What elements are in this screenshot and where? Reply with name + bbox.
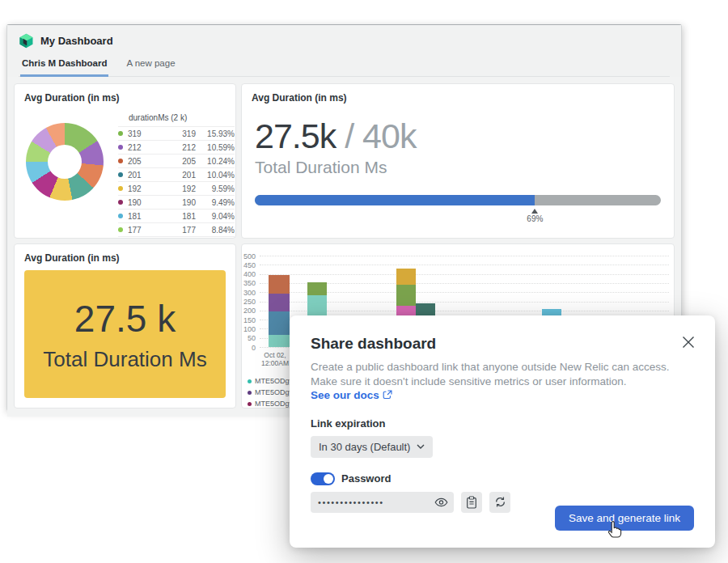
panel-avg-duration-billboard: Avg Duration (in ms) 27.5 k Total Durati… (14, 243, 236, 408)
bar-segment (269, 294, 290, 311)
new-relic-logo-icon (19, 33, 34, 49)
toggle-knob (324, 474, 333, 484)
modal-description: Create a public dashboard link that anyo… (311, 360, 694, 403)
password-label: Password (341, 472, 391, 485)
billboard-value: 27.5 k (74, 297, 176, 341)
legend-percent: 9.59% (196, 184, 235, 193)
billboard-subtitle: Total Duration Ms (43, 347, 206, 372)
link-expiration-label: Link expiration (311, 417, 694, 430)
refresh-icon (494, 496, 506, 508)
bullet-separator: / (336, 116, 362, 155)
y-axis-tick-label: 250 (242, 298, 256, 306)
close-icon[interactable] (681, 335, 696, 349)
copy-password-button[interactable] (461, 492, 482, 513)
legend-value: 205 (170, 157, 196, 166)
y-axis-tick-label: 200 (242, 307, 256, 315)
legend-dot-icon (118, 227, 123, 232)
clipboard-icon (466, 496, 477, 509)
dashboard-header: My Dashboard Chris M Dashboard A new pag… (7, 25, 681, 77)
gridline (260, 274, 669, 275)
y-axis-tick-label: 500 (242, 252, 256, 260)
bullet-value-line: 27.5k / 40k (255, 116, 661, 156)
donut-legend-row[interactable]: 190 190 9.49% (118, 195, 235, 209)
legend-dot-icon (118, 172, 123, 177)
modal-description-line2: Make sure it doesn't include sensitive m… (311, 375, 627, 387)
donut-legend-row[interactable]: 181 181 9.04% (118, 209, 235, 222)
y-axis-tick-label: 400 (242, 270, 256, 278)
panel-title: Avg Duration (in ms) (15, 244, 235, 265)
donut-legend-row[interactable]: 212 212 10.59% (118, 140, 235, 154)
save-and-generate-link-button[interactable]: Save and generate link (555, 506, 694, 531)
donut-legend-row[interactable]: 177 177 8.84% (118, 222, 235, 236)
regenerate-password-button[interactable] (489, 492, 510, 513)
legend-dot-icon (118, 131, 123, 136)
panel-title: Avg Duration (in ms) (15, 84, 235, 105)
share-dashboard-modal: Share dashboard Create a public dashboar… (290, 315, 715, 548)
link-expiration-dropdown[interactable]: In 30 days (Default) (311, 436, 433, 458)
bar-segment (396, 285, 416, 306)
donut-hole (48, 145, 82, 179)
donut-legend-row[interactable]: 205 205 10.24% (118, 154, 235, 167)
legend-percent: 9.49% (196, 198, 235, 207)
bullet-target-value: 40k (362, 116, 416, 155)
donut-chart[interactable] (26, 123, 104, 201)
bullet-percent-label: 69% (527, 214, 543, 223)
legend-label: 212 (128, 143, 170, 152)
y-axis-tick-label: 350 (242, 279, 256, 287)
donut-legend: durationMs (2 k) 319 319 15.93% 212 212 … (118, 112, 235, 239)
donut-legend-row[interactable]: 201 201 10.04% (118, 167, 235, 181)
bar-segment (269, 335, 290, 347)
legend-label: 319 (128, 129, 170, 138)
legend-value: 201 (170, 171, 196, 180)
gridline (260, 265, 669, 265)
billboard-card[interactable]: 27.5 k Total Duration Ms (24, 270, 226, 398)
y-axis-tick-label: 100 (242, 325, 256, 333)
legend-dot-icon (118, 214, 123, 218)
legend-dot-icon (118, 159, 123, 163)
y-axis-tick-label: 50 (242, 334, 256, 342)
legend-dot-icon (248, 379, 252, 383)
legend-value: 192 (170, 184, 196, 193)
legend-percent: 10.59% (196, 143, 235, 152)
panel-avg-duration-pie: Avg Duration (in ms) durationMs (2 k) 31… (14, 83, 236, 239)
password-masked-value: ••••••••••••••• (318, 497, 434, 507)
password-toggle[interactable] (311, 472, 335, 485)
panel-avg-duration-bullet: Avg Duration (in ms) 27.5k / 40k Total D… (241, 83, 675, 239)
tab-a-new-page[interactable]: A new page (125, 58, 176, 76)
see-our-docs-link[interactable]: See our docs (311, 389, 392, 401)
stacked-bar[interactable] (269, 275, 290, 347)
legend-dot-icon (248, 391, 252, 395)
bar-segment (269, 311, 290, 335)
password-field[interactable]: ••••••••••••••• (311, 492, 454, 513)
y-axis-tick-label: 300 (242, 289, 256, 297)
external-link-icon (383, 390, 392, 400)
legend-percent: 9.04% (196, 212, 235, 221)
modal-description-line1: Create a public dashboard link that anyo… (311, 361, 670, 373)
legend-dot-icon (118, 145, 123, 150)
modal-title: Share dashboard (311, 335, 694, 353)
bullet-percent-marker: 69% (527, 209, 543, 223)
donut-legend-row[interactable]: 319 319 15.93% (118, 126, 235, 140)
y-axis-tick-label: 0 (242, 344, 256, 352)
legend-label: 205 (128, 157, 170, 166)
eye-icon[interactable] (434, 497, 448, 508)
bullet-progress-fill (255, 195, 535, 205)
x-axis-label: Oct 02,12:00AM (261, 351, 289, 367)
legend-dot-icon (118, 200, 123, 205)
legend-dot-icon (248, 402, 252, 406)
donut-legend-header: durationMs (2 k) (118, 112, 235, 126)
link-expiration-value: In 30 days (Default) (319, 441, 410, 453)
legend-label: 192 (128, 184, 170, 193)
tab-chris-m-dashboard[interactable]: Chris M Dashboard (20, 58, 108, 77)
legend-label: 190 (128, 198, 170, 207)
legend-percent: 15.93% (196, 129, 235, 138)
bar-segment (307, 282, 327, 295)
donut-legend-row[interactable]: 164 164 8.19% (118, 236, 235, 239)
bullet-progress-track[interactable]: 69% (255, 195, 661, 205)
bar-segment (396, 269, 416, 285)
legend-value: 319 (170, 129, 196, 138)
chevron-down-icon (417, 444, 425, 449)
bullet-current-value: 27.5k (255, 116, 336, 155)
donut-legend-row[interactable]: 192 192 9.59% (118, 181, 235, 195)
tab-bar: Chris M Dashboard A new page (19, 49, 670, 77)
